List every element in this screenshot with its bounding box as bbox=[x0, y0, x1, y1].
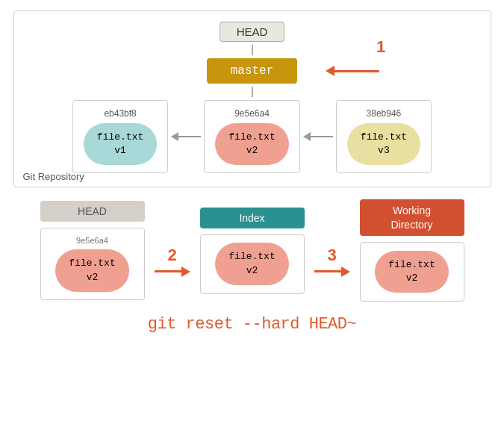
arrow-2-label: 2 bbox=[167, 246, 176, 265]
head-inner: 9e5e6a4 file.txt v2 bbox=[40, 228, 145, 299]
commit-hash-3: 38eb946 bbox=[367, 108, 402, 119]
commit-box-3: 38eb946 file.txt v3 bbox=[336, 100, 432, 173]
index-blob: file.txt v2 bbox=[215, 243, 288, 284]
blob-2: file.txt v2 bbox=[215, 123, 288, 165]
git-command: git reset --hard HEAD~ bbox=[148, 315, 356, 334]
arrow-3-label: 3 bbox=[327, 246, 336, 265]
head-blob: file.txt v2 bbox=[55, 249, 128, 291]
index-label: Index bbox=[200, 208, 305, 228]
wd-blob: file.txt v2 bbox=[375, 251, 448, 293]
commits-row: eb43bf8 file.txt v1 9e5e6a4 file.txt v2 bbox=[29, 100, 476, 173]
arrow-3-group: 3 bbox=[308, 246, 356, 277]
blob-1: file.txt v1 bbox=[84, 123, 157, 165]
index-inner: file.txt v2 bbox=[200, 234, 305, 294]
commit-hash-1: eb43bf8 bbox=[104, 108, 136, 119]
arrow-1 bbox=[326, 66, 379, 76]
commit-arrow-2 bbox=[303, 132, 333, 141]
commit-box-1: eb43bf8 file.txt v1 bbox=[72, 100, 168, 173]
arrow-2 bbox=[155, 267, 190, 277]
head-box-top: HEAD bbox=[220, 22, 285, 42]
bottom-section: HEAD 9e5e6a4 file.txt v2 2 Index file. bbox=[13, 199, 491, 333]
wd-inner: file.txt v2 bbox=[360, 242, 464, 302]
git-repository-section: HEAD master 1 eb43bf8 file.txt v1 bbox=[13, 10, 491, 187]
commit-hash-2: 9e5e6a4 bbox=[234, 108, 270, 119]
commit-arrow-1 bbox=[171, 132, 201, 141]
repo-label: Git Repository bbox=[23, 171, 84, 182]
master-box: master bbox=[207, 58, 298, 84]
stage-index: Index file.txt v2 bbox=[196, 208, 308, 294]
stage-head: HEAD 9e5e6a4 file.txt v2 bbox=[37, 201, 149, 299]
wd-label: WorkingDirectory bbox=[360, 199, 464, 235]
stages-row: HEAD 9e5e6a4 file.txt v2 2 Index file. bbox=[13, 199, 491, 301]
commit-box-2: 9e5e6a4 file.txt v2 bbox=[204, 100, 299, 173]
head-label: HEAD bbox=[40, 201, 145, 222]
head-hash: 9e5e6a4 bbox=[76, 236, 108, 245]
arrow-1-label: 1 bbox=[376, 37, 385, 57]
stage-wd: WorkingDirectory file.txt v2 bbox=[356, 199, 468, 301]
blob-3: file.txt v3 bbox=[347, 123, 420, 165]
arrow-3 bbox=[314, 267, 350, 277]
arrow-2-group: 2 bbox=[149, 246, 196, 277]
